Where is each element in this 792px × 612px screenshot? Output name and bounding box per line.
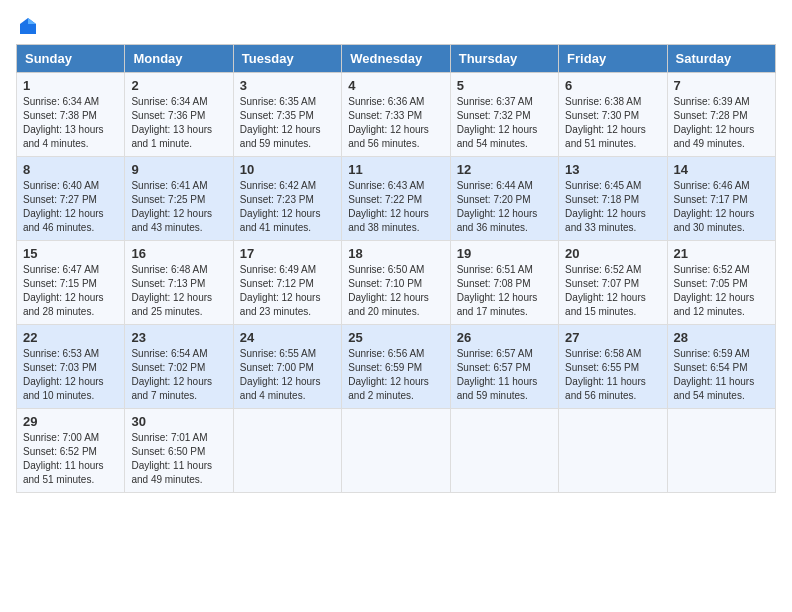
- calendar-cell: 23Sunrise: 6:54 AMSunset: 7:02 PMDayligh…: [125, 325, 233, 409]
- calendar-cell: [233, 409, 341, 493]
- day-number: 26: [457, 330, 552, 345]
- day-number: 21: [674, 246, 769, 261]
- day-info: Sunrise: 6:44 AMSunset: 7:20 PMDaylight:…: [457, 179, 552, 235]
- day-number: 27: [565, 330, 660, 345]
- calendar-cell: 7Sunrise: 6:39 AMSunset: 7:28 PMDaylight…: [667, 73, 775, 157]
- day-number: 7: [674, 78, 769, 93]
- day-number: 24: [240, 330, 335, 345]
- day-info: Sunrise: 6:50 AMSunset: 7:10 PMDaylight:…: [348, 263, 443, 319]
- day-number: 16: [131, 246, 226, 261]
- day-number: 3: [240, 78, 335, 93]
- day-info: Sunrise: 6:55 AMSunset: 7:00 PMDaylight:…: [240, 347, 335, 403]
- calendar-cell: 4Sunrise: 6:36 AMSunset: 7:33 PMDaylight…: [342, 73, 450, 157]
- day-info: Sunrise: 6:42 AMSunset: 7:23 PMDaylight:…: [240, 179, 335, 235]
- calendar-cell: 26Sunrise: 6:57 AMSunset: 6:57 PMDayligh…: [450, 325, 558, 409]
- day-info: Sunrise: 7:00 AMSunset: 6:52 PMDaylight:…: [23, 431, 118, 487]
- calendar-cell: [450, 409, 558, 493]
- calendar-cell: 28Sunrise: 6:59 AMSunset: 6:54 PMDayligh…: [667, 325, 775, 409]
- day-info: Sunrise: 6:53 AMSunset: 7:03 PMDaylight:…: [23, 347, 118, 403]
- day-info: Sunrise: 6:52 AMSunset: 7:07 PMDaylight:…: [565, 263, 660, 319]
- calendar-cell: [559, 409, 667, 493]
- day-number: 29: [23, 414, 118, 429]
- day-info: Sunrise: 6:43 AMSunset: 7:22 PMDaylight:…: [348, 179, 443, 235]
- day-number: 8: [23, 162, 118, 177]
- day-number: 10: [240, 162, 335, 177]
- calendar-cell: 18Sunrise: 6:50 AMSunset: 7:10 PMDayligh…: [342, 241, 450, 325]
- day-info: Sunrise: 6:39 AMSunset: 7:28 PMDaylight:…: [674, 95, 769, 151]
- weekday-header-sunday: Sunday: [17, 45, 125, 73]
- weekday-header-thursday: Thursday: [450, 45, 558, 73]
- day-number: 12: [457, 162, 552, 177]
- day-info: Sunrise: 6:58 AMSunset: 6:55 PMDaylight:…: [565, 347, 660, 403]
- calendar-cell: 20Sunrise: 6:52 AMSunset: 7:07 PMDayligh…: [559, 241, 667, 325]
- day-info: Sunrise: 6:45 AMSunset: 7:18 PMDaylight:…: [565, 179, 660, 235]
- calendar-cell: 14Sunrise: 6:46 AMSunset: 7:17 PMDayligh…: [667, 157, 775, 241]
- calendar-cell: 6Sunrise: 6:38 AMSunset: 7:30 PMDaylight…: [559, 73, 667, 157]
- day-info: Sunrise: 6:57 AMSunset: 6:57 PMDaylight:…: [457, 347, 552, 403]
- day-info: Sunrise: 6:37 AMSunset: 7:32 PMDaylight:…: [457, 95, 552, 151]
- day-info: Sunrise: 6:34 AMSunset: 7:38 PMDaylight:…: [23, 95, 118, 151]
- calendar-week-row: 8Sunrise: 6:40 AMSunset: 7:27 PMDaylight…: [17, 157, 776, 241]
- calendar-cell: 27Sunrise: 6:58 AMSunset: 6:55 PMDayligh…: [559, 325, 667, 409]
- calendar-cell: 10Sunrise: 6:42 AMSunset: 7:23 PMDayligh…: [233, 157, 341, 241]
- day-info: Sunrise: 6:54 AMSunset: 7:02 PMDaylight:…: [131, 347, 226, 403]
- day-info: Sunrise: 6:46 AMSunset: 7:17 PMDaylight:…: [674, 179, 769, 235]
- day-info: Sunrise: 6:47 AMSunset: 7:15 PMDaylight:…: [23, 263, 118, 319]
- calendar-cell: 3Sunrise: 6:35 AMSunset: 7:35 PMDaylight…: [233, 73, 341, 157]
- logo: [16, 16, 38, 36]
- calendar-cell: 16Sunrise: 6:48 AMSunset: 7:13 PMDayligh…: [125, 241, 233, 325]
- calendar-cell: 17Sunrise: 6:49 AMSunset: 7:12 PMDayligh…: [233, 241, 341, 325]
- weekday-header-tuesday: Tuesday: [233, 45, 341, 73]
- calendar-cell: 25Sunrise: 6:56 AMSunset: 6:59 PMDayligh…: [342, 325, 450, 409]
- day-info: Sunrise: 6:56 AMSunset: 6:59 PMDaylight:…: [348, 347, 443, 403]
- logo-icon: [18, 16, 38, 36]
- day-number: 13: [565, 162, 660, 177]
- calendar-cell: 9Sunrise: 6:41 AMSunset: 7:25 PMDaylight…: [125, 157, 233, 241]
- calendar-cell: 30Sunrise: 7:01 AMSunset: 6:50 PMDayligh…: [125, 409, 233, 493]
- weekday-header-monday: Monday: [125, 45, 233, 73]
- day-number: 18: [348, 246, 443, 261]
- calendar-cell: 24Sunrise: 6:55 AMSunset: 7:00 PMDayligh…: [233, 325, 341, 409]
- calendar-week-row: 29Sunrise: 7:00 AMSunset: 6:52 PMDayligh…: [17, 409, 776, 493]
- page-header: [16, 16, 776, 36]
- day-number: 1: [23, 78, 118, 93]
- day-number: 19: [457, 246, 552, 261]
- day-info: Sunrise: 6:38 AMSunset: 7:30 PMDaylight:…: [565, 95, 660, 151]
- calendar-cell: 5Sunrise: 6:37 AMSunset: 7:32 PMDaylight…: [450, 73, 558, 157]
- weekday-header-saturday: Saturday: [667, 45, 775, 73]
- day-info: Sunrise: 6:49 AMSunset: 7:12 PMDaylight:…: [240, 263, 335, 319]
- calendar-cell: [342, 409, 450, 493]
- calendar-cell: [667, 409, 775, 493]
- calendar-cell: 8Sunrise: 6:40 AMSunset: 7:27 PMDaylight…: [17, 157, 125, 241]
- calendar-cell: 15Sunrise: 6:47 AMSunset: 7:15 PMDayligh…: [17, 241, 125, 325]
- day-info: Sunrise: 6:52 AMSunset: 7:05 PMDaylight:…: [674, 263, 769, 319]
- calendar-cell: 1Sunrise: 6:34 AMSunset: 7:38 PMDaylight…: [17, 73, 125, 157]
- day-number: 22: [23, 330, 118, 345]
- day-number: 15: [23, 246, 118, 261]
- day-info: Sunrise: 7:01 AMSunset: 6:50 PMDaylight:…: [131, 431, 226, 487]
- day-number: 5: [457, 78, 552, 93]
- day-number: 2: [131, 78, 226, 93]
- day-info: Sunrise: 6:48 AMSunset: 7:13 PMDaylight:…: [131, 263, 226, 319]
- day-number: 17: [240, 246, 335, 261]
- day-number: 25: [348, 330, 443, 345]
- day-info: Sunrise: 6:41 AMSunset: 7:25 PMDaylight:…: [131, 179, 226, 235]
- day-info: Sunrise: 6:40 AMSunset: 7:27 PMDaylight:…: [23, 179, 118, 235]
- calendar-cell: 13Sunrise: 6:45 AMSunset: 7:18 PMDayligh…: [559, 157, 667, 241]
- weekday-header-wednesday: Wednesday: [342, 45, 450, 73]
- calendar-cell: 29Sunrise: 7:00 AMSunset: 6:52 PMDayligh…: [17, 409, 125, 493]
- calendar-cell: 21Sunrise: 6:52 AMSunset: 7:05 PMDayligh…: [667, 241, 775, 325]
- day-number: 14: [674, 162, 769, 177]
- weekday-header-row: SundayMondayTuesdayWednesdayThursdayFrid…: [17, 45, 776, 73]
- calendar-table: SundayMondayTuesdayWednesdayThursdayFrid…: [16, 44, 776, 493]
- day-number: 11: [348, 162, 443, 177]
- day-info: Sunrise: 6:51 AMSunset: 7:08 PMDaylight:…: [457, 263, 552, 319]
- day-number: 28: [674, 330, 769, 345]
- day-info: Sunrise: 6:35 AMSunset: 7:35 PMDaylight:…: [240, 95, 335, 151]
- day-number: 4: [348, 78, 443, 93]
- weekday-header-friday: Friday: [559, 45, 667, 73]
- svg-marker-1: [28, 18, 36, 24]
- day-number: 9: [131, 162, 226, 177]
- calendar-week-row: 22Sunrise: 6:53 AMSunset: 7:03 PMDayligh…: [17, 325, 776, 409]
- day-info: Sunrise: 6:59 AMSunset: 6:54 PMDaylight:…: [674, 347, 769, 403]
